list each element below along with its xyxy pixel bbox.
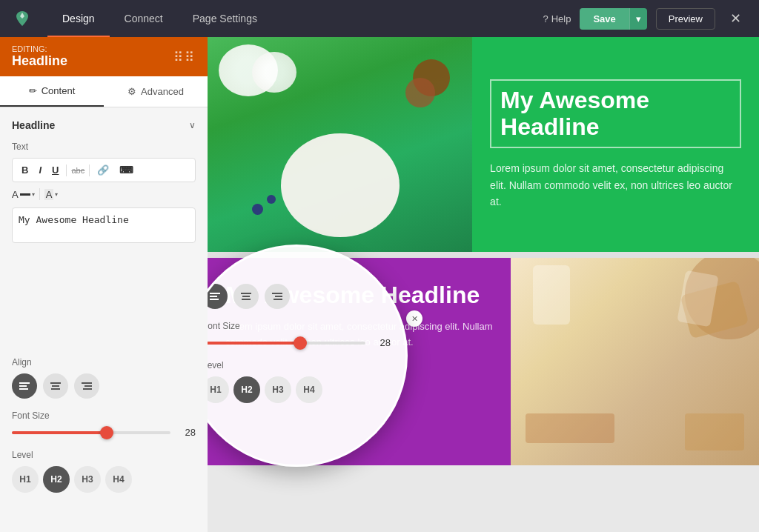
pencil-icon: ✏ — [29, 85, 37, 96]
mag-align-btns — [208, 284, 391, 309]
svg-rect-7 — [84, 385, 92, 387]
svg-rect-17 — [274, 299, 282, 300]
toolbar-divider-1 — [66, 164, 67, 176]
purple-nuts-image — [511, 258, 759, 465]
mag-align-label: Align — [208, 267, 391, 278]
level-h2-button[interactable]: H2 — [43, 466, 70, 493]
collapse-sidebar-button[interactable]: ✕ — [406, 310, 422, 327]
help-button[interactable]: ? Help — [543, 13, 571, 24]
sidebar-content: Headline ∨ Text B I U abc 🔗 ⌨ A ▾ — [0, 107, 208, 532]
level-h4-button[interactable]: H4 — [105, 466, 132, 493]
align-buttons — [12, 373, 196, 399]
editing-title: Headline — [12, 53, 67, 69]
strikethrough-icon: abc — [71, 166, 84, 175]
tab-advanced[interactable]: ⚙ Advanced — [104, 76, 208, 107]
mag-h1-button[interactable]: H1 — [208, 376, 229, 403]
mag-h3-button[interactable]: H3 — [265, 376, 291, 403]
svg-rect-6 — [82, 382, 92, 384]
mag-fontsize-row: 28 — [208, 337, 391, 348]
main-layout: EDITING: Headline ⠿⠿ ✏ Content ⚙ Advance… — [0, 37, 759, 532]
svg-rect-1 — [19, 385, 27, 387]
text-color-label: A — [12, 189, 19, 200]
svg-rect-16 — [275, 296, 282, 297]
slider-fill — [12, 431, 107, 434]
mag-slider[interactable] — [208, 342, 365, 345]
fontsize-slider[interactable] — [12, 431, 170, 434]
highlight-caret-icon: ▾ — [55, 191, 58, 198]
svg-rect-4 — [52, 385, 59, 387]
topbar: Design Connect Page Settings ? Help Save… — [0, 0, 759, 37]
mag-slider-thumb[interactable] — [294, 336, 307, 350]
mag-align-left[interactable] — [208, 284, 228, 309]
save-dropdown-button[interactable]: ▾ — [629, 8, 647, 30]
toolbar-divider-2 — [89, 164, 90, 176]
slider-thumb[interactable] — [100, 426, 113, 439]
sliders-icon: ⚙ — [127, 86, 136, 97]
mag-h2-button[interactable]: H2 — [233, 376, 260, 403]
align-left-button[interactable] — [12, 373, 37, 399]
sidebar: EDITING: Headline ⠿⠿ ✏ Content ⚙ Advance… — [0, 37, 208, 532]
tab-page-settings[interactable]: Page Settings — [178, 0, 272, 37]
question-icon: ? — [543, 13, 548, 24]
collapse-arrow[interactable]: ∨ — [189, 120, 196, 130]
tab-design[interactable]: Design — [47, 0, 110, 37]
tab-connect[interactable]: Connect — [110, 0, 178, 37]
close-button[interactable]: ✕ — [724, 7, 747, 30]
mag-fontsize-value: 28 — [373, 337, 391, 348]
align-section: Align Font Size — [12, 357, 196, 493]
align-label: Align — [12, 357, 196, 368]
mag-slider-fill — [208, 342, 300, 345]
editing-label: EDITING: — [12, 44, 67, 53]
svg-rect-12 — [241, 293, 251, 294]
mag-fontsize-label: Font Size — [208, 321, 391, 331]
level-h3-button[interactable]: H3 — [74, 466, 101, 493]
highlight-label: A — [44, 189, 54, 200]
keyboard-button[interactable]: ⌨ — [116, 163, 136, 177]
green-body-text: Lorem ipsum dolor sit amet, consectetur … — [490, 160, 741, 210]
green-section: My Awesome Headline Lorem ipsum dolor si… — [208, 37, 759, 252]
fontsize-value: 28 — [178, 427, 196, 438]
svg-rect-8 — [83, 388, 92, 390]
save-group: Save ▾ — [580, 8, 646, 30]
headline-box[interactable]: My Awesome Headline — [490, 79, 741, 149]
tab-content[interactable]: ✏ Content — [0, 76, 104, 107]
italic-button[interactable]: I — [36, 163, 44, 177]
green-food-image — [208, 37, 472, 252]
sidebar-header: EDITING: Headline ⠿⠿ — [0, 37, 208, 76]
mag-h4-button[interactable]: H4 — [296, 376, 322, 403]
svg-rect-2 — [19, 388, 28, 390]
drag-icon[interactable]: ⠿⠿ — [173, 49, 196, 65]
svg-rect-10 — [210, 296, 217, 297]
svg-rect-11 — [210, 299, 219, 300]
text-color-button[interactable]: A ▾ — [12, 189, 35, 200]
text-label: Text — [12, 142, 196, 152]
svg-rect-3 — [50, 382, 61, 384]
bold-button[interactable]: B — [19, 163, 31, 177]
format-toolbar: B I U abc 🔗 ⌨ — [12, 158, 196, 182]
color-row: A ▾ A ▾ — [12, 188, 196, 200]
mag-level-btns: H1 H2 H3 H4 — [208, 376, 391, 403]
app-logo[interactable] — [12, 8, 33, 29]
level-buttons: H1 H2 H3 H4 — [12, 466, 196, 493]
preview-button[interactable]: Preview — [656, 8, 715, 30]
mag-level-label: Level — [208, 360, 391, 370]
svg-rect-9 — [210, 293, 220, 294]
green-text-area: My Awesome Headline Lorem ipsum dolor si… — [472, 37, 759, 252]
highlight-color-button[interactable]: A ▾ — [44, 189, 59, 200]
sidebar-tabs: ✏ Content ⚙ Advanced — [0, 76, 208, 107]
link-button[interactable]: 🔗 — [94, 163, 112, 177]
underline-button[interactable]: U — [49, 163, 62, 177]
green-headline: My Awesome Headline — [500, 87, 731, 142]
svg-rect-5 — [51, 388, 60, 390]
align-center-button[interactable] — [43, 373, 68, 399]
save-button[interactable]: Save — [580, 8, 629, 30]
topbar-tabs: Design Connect Page Settings — [47, 0, 543, 37]
headline-text-input[interactable]: My Awesome Headline — [12, 207, 196, 243]
sidebar-header-left: EDITING: Headline — [12, 44, 67, 69]
content-area: Align Font Size — [208, 37, 759, 532]
mag-align-right[interactable] — [265, 284, 290, 309]
mag-align-center[interactable] — [233, 284, 259, 309]
align-right-button[interactable] — [74, 373, 99, 399]
svg-rect-14 — [242, 299, 251, 300]
level-h1-button[interactable]: H1 — [12, 466, 39, 493]
